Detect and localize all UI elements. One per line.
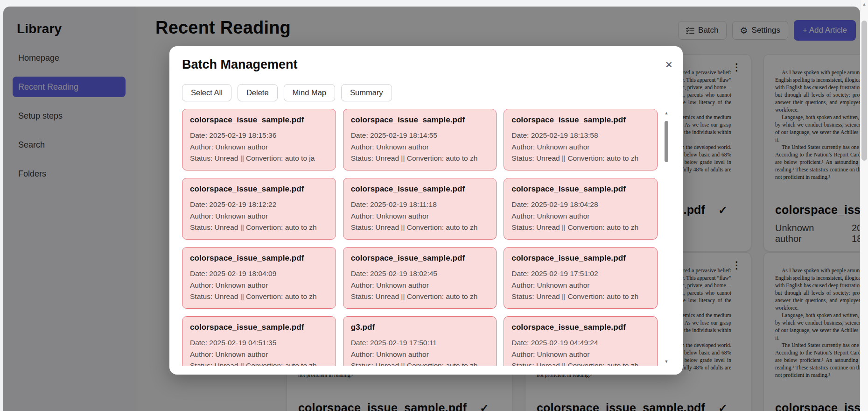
batch-item-date: Date: 2025-02-19 18:04:09 — [190, 268, 328, 280]
batch-item-filename: colorspace_issue_sample.pdf — [351, 184, 489, 194]
batch-item-author: Author: Unknown author — [190, 211, 328, 222]
batch-item-status: Status: Unread || Convertion: auto to zh — [351, 222, 489, 234]
batch-item-author: Author: Unknown author — [351, 142, 489, 153]
batch-item-filename: colorspace_issue_sample.pdf — [190, 184, 328, 194]
batch-item-filename: colorspace_issue_sample.pdf — [511, 184, 650, 194]
batch-item-status: Status: Unread || Convertion: auto to zh — [511, 360, 650, 366]
batch-item-status: Status: Unread || Convertion: auto to zh — [351, 360, 489, 366]
batch-item-date: Date: 2025-02-19 17:51:02 — [511, 268, 650, 280]
batch-item-card[interactable]: colorspace_issue_sample.pdf Date: 2025-0… — [504, 109, 658, 170]
mind-map-button[interactable]: Mind Map — [284, 84, 335, 101]
batch-item-filename: colorspace_issue_sample.pdf — [511, 254, 650, 263]
batch-item-date: Date: 2025-02-19 17:50:11 — [351, 337, 489, 349]
batch-item-card[interactable]: colorspace_issue_sample.pdf Date: 2025-0… — [182, 316, 336, 366]
delete-button[interactable]: Delete — [238, 84, 278, 101]
batch-item-card[interactable]: colorspace_issue_sample.pdf Date: 2025-0… — [504, 316, 658, 366]
batch-item-card[interactable]: colorspace_issue_sample.pdf Date: 2025-0… — [343, 178, 497, 240]
batch-item-date: Date: 2025-02-19 18:15:36 — [190, 130, 328, 142]
batch-item-status: Status: Unread || Convertion: auto to zh — [190, 291, 328, 303]
batch-item-status: Status: Unread || Convertion: auto to zh — [511, 153, 650, 164]
modal-title: Batch Management — [182, 57, 670, 72]
batch-item-date: Date: 2025-02-19 04:51:35 — [190, 337, 328, 349]
scroll-up-icon[interactable]: ▲ — [664, 111, 669, 115]
batch-item-author: Author: Unknown author — [190, 142, 328, 153]
batch-item-author: Author: Unknown author — [351, 280, 489, 291]
batch-item-date: Date: 2025-02-19 18:12:22 — [190, 199, 328, 211]
batch-item-date: Date: 2025-02-19 18:13:58 — [511, 130, 650, 142]
batch-item-author: Author: Unknown author — [351, 349, 489, 361]
batch-item-status: Status: Unread || Convertion: auto to ja — [190, 153, 328, 164]
modal-toolbar: Select All Delete Mind Map Summary — [182, 84, 670, 101]
close-icon[interactable]: × — [665, 58, 672, 71]
batch-item-status: Status: Unread || Convertion: auto to zh — [511, 291, 650, 303]
batch-item-status: Status: Unread || Convertion: auto to zh — [351, 153, 489, 164]
batch-item-author: Author: Unknown author — [190, 280, 328, 291]
batch-item-card[interactable]: g3.pdf Date: 2025-02-19 17:50:11 Author:… — [343, 316, 497, 366]
batch-item-date: Date: 2025-02-19 18:02:45 — [351, 268, 489, 280]
batch-item-author: Author: Unknown author — [511, 349, 650, 361]
batch-item-card[interactable]: colorspace_issue_sample.pdf Date: 2025-0… — [343, 109, 497, 170]
batch-item-filename: colorspace_issue_sample.pdf — [190, 254, 328, 263]
batch-item-card[interactable]: colorspace_issue_sample.pdf Date: 2025-0… — [182, 247, 336, 309]
batch-item-status: Status: Unread || Convertion: auto to zh — [190, 360, 328, 366]
batch-item-status: Status: Unread || Convertion: auto to zh — [190, 222, 328, 234]
modal-scrollbar-thumb[interactable] — [665, 121, 668, 162]
batch-item-filename: colorspace_issue_sample.pdf — [190, 115, 328, 125]
batch-item-card[interactable]: colorspace_issue_sample.pdf Date: 2025-0… — [343, 247, 497, 309]
page-scrollbar-thumb[interactable] — [861, 21, 867, 161]
batch-item-card[interactable]: colorspace_issue_sample.pdf Date: 2025-0… — [504, 247, 658, 309]
batch-item-status: Status: Unread || Convertion: auto to zh — [351, 291, 489, 303]
batch-item-filename: colorspace_issue_sample.pdf — [511, 115, 650, 125]
batch-item-author: Author: Unknown author — [190, 349, 328, 361]
batch-item-author: Author: Unknown author — [511, 280, 650, 291]
batch-grid: colorspace_issue_sample.pdf Date: 2025-0… — [182, 109, 670, 366]
batch-list-scroll-area: colorspace_issue_sample.pdf Date: 2025-0… — [182, 109, 670, 366]
batch-item-date: Date: 2025-02-19 18:11:18 — [351, 199, 489, 211]
batch-item-date: Date: 2025-02-19 18:14:55 — [351, 130, 489, 142]
batch-item-filename: colorspace_issue_sample.pdf — [351, 254, 489, 263]
batch-item-card[interactable]: colorspace_issue_sample.pdf Date: 2025-0… — [182, 109, 336, 170]
batch-item-filename: colorspace_issue_sample.pdf — [351, 115, 489, 125]
batch-item-author: Author: Unknown author — [351, 211, 489, 222]
batch-item-date: Date: 2025-02-19 18:04:28 — [511, 199, 650, 211]
batch-item-author: Author: Unknown author — [511, 211, 650, 222]
batch-item-date: Date: 2025-02-19 04:49:24 — [511, 337, 650, 349]
scroll-up-icon[interactable]: ▲ — [861, 2, 868, 7]
batch-item-status: Status: Unread || Convertion: auto to zh — [511, 222, 650, 234]
modal-scrollbar[interactable]: ▲ ▼ — [664, 110, 669, 365]
page-scrollbar[interactable]: ▲ — [860, 0, 868, 411]
batch-item-filename: g3.pdf — [351, 323, 489, 332]
select-all-button[interactable]: Select All — [182, 84, 231, 101]
batch-item-card[interactable]: colorspace_issue_sample.pdf Date: 2025-0… — [182, 178, 336, 240]
batch-item-card[interactable]: colorspace_issue_sample.pdf Date: 2025-0… — [504, 178, 658, 240]
batch-item-filename: colorspace_issue_sample.pdf — [511, 323, 650, 332]
scroll-down-icon[interactable]: ▼ — [664, 359, 669, 364]
summary-button[interactable]: Summary — [341, 84, 392, 101]
batch-item-filename: colorspace_issue_sample.pdf — [190, 323, 328, 332]
batch-management-modal: Batch Management × Select All Delete Min… — [169, 46, 683, 375]
batch-item-author: Author: Unknown author — [511, 142, 650, 153]
